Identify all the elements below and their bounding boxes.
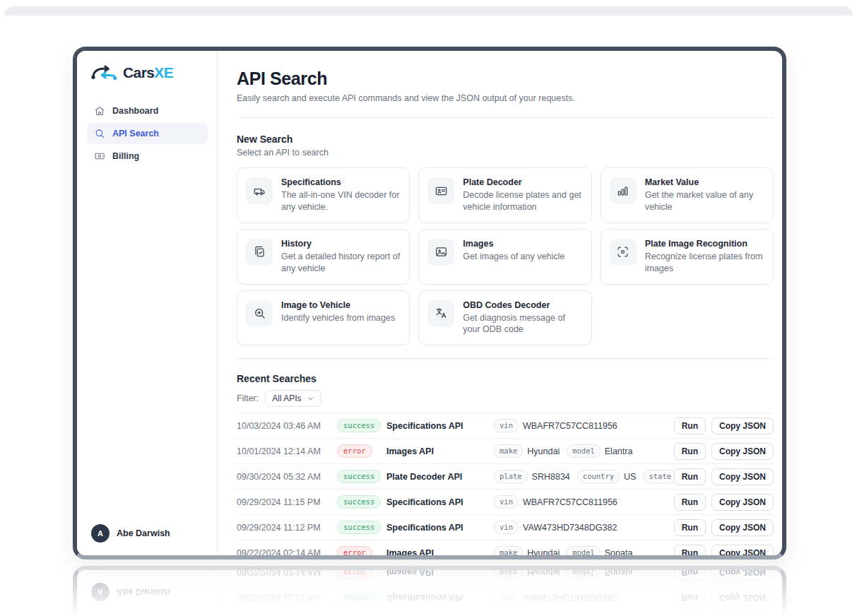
api-card-title: Images [463, 239, 565, 249]
copy-json-button[interactable]: Copy JSON [711, 443, 774, 460]
brand-logo: CarsXE [90, 64, 206, 82]
search-row: 10/03/2024 03:46 AM success Specificatio… [237, 413, 774, 439]
user-profile[interactable]: A Abe Darwish [87, 521, 208, 545]
copy-json-button[interactable]: Copy JSON [711, 494, 774, 511]
status-badge: success [337, 521, 381, 534]
api-filter-select[interactable]: All APIs [265, 390, 321, 407]
image-icon [427, 239, 454, 266]
chevron-down-icon [307, 395, 314, 403]
search-param: modelSonata [567, 546, 632, 555]
avatar: A [91, 524, 110, 543]
new-search-subtitle: Select an API to search [237, 148, 774, 158]
param-value: Sonata [605, 548, 633, 555]
param-key-badge: make [494, 546, 523, 555]
search-icon [94, 128, 105, 139]
truck-icon [246, 177, 273, 204]
copy-json-button[interactable]: Copy JSON [711, 468, 774, 485]
copy-json-button[interactable]: Copy JSON [711, 545, 774, 555]
copy-json-button[interactable]: Copy JSON [711, 417, 774, 434]
search-param: makeHyundai [494, 444, 560, 458]
api-card-description: Get a detailed history report of any veh… [281, 251, 401, 275]
api-card-obd-codes-decoder[interactable]: OBD Codes Decoder Get diagnosis message … [418, 290, 591, 346]
api-card-history[interactable]: History Get a detailed history report of… [237, 229, 410, 285]
sidebar-item-label: Dashboard [112, 106, 158, 116]
translate-icon [427, 300, 454, 327]
search-row: 10/01/2024 12:14 AM error Images API mak… [237, 439, 774, 464]
sidebar-nav: Dashboard API Search Billing [87, 100, 208, 167]
run-button[interactable]: Run [674, 545, 706, 555]
api-card-description: Get the market value of any vehicle [645, 189, 764, 213]
status-badge: success [337, 470, 381, 483]
status-badge: error [337, 546, 372, 555]
search-row: 09/29/2024 11:15 PM success Specificatio… [237, 490, 774, 515]
recent-searches-table: 10/03/2024 03:46 AM success Specificatio… [237, 413, 774, 555]
search-row: 09/22/2024 02:14 AM error Images API mak… [237, 540, 774, 555]
param-value: SRH8834 [532, 472, 570, 482]
api-card-plate-decoder[interactable]: Plate Decoder Decode license plates and … [418, 167, 591, 223]
api-card-plate-image-recognition[interactable]: Plate Image Recognition Recognize licens… [601, 229, 774, 285]
api-card-description: Decode license plates and get vehicle in… [463, 189, 582, 213]
zoom-in-icon [246, 300, 273, 327]
param-value: WBAFR7C57CC811956 [523, 497, 617, 507]
search-param: vinVAW473HD7348DG382 [494, 521, 617, 534]
search-param: vinWBAFR7C57CC811956 [494, 419, 617, 432]
api-card-images[interactable]: Images Get images of any vehicle [418, 229, 591, 285]
run-button[interactable]: Run [674, 417, 706, 434]
api-card-image-to-vehicle[interactable]: Image to Vehicle Identify vehicles from … [237, 290, 410, 346]
search-row: 09/29/2024 11:12 PM success Specificatio… [237, 515, 774, 540]
search-param: countryUS [577, 470, 637, 483]
run-button[interactable]: Run [674, 443, 706, 460]
search-api-name: Specifications API [386, 421, 494, 431]
search-params: plateSRH8834countryUSstateTX [494, 470, 674, 483]
search-timestamp: 09/29/2024 11:12 PM [237, 523, 337, 533]
run-button[interactable]: Run [674, 519, 706, 536]
recent-searches-title: Recent Searches [237, 373, 774, 384]
stage: CarsXE Dashboard API Search Billing A Ab… [0, 0, 857, 616]
api-card-description: Get diagnosis message of your ODB code [463, 312, 582, 336]
param-value: WBAFR7C57CC811956 [523, 421, 617, 431]
sidebar-item-dashboard[interactable]: Dashboard [87, 100, 208, 122]
scan-icon [610, 239, 637, 266]
run-button[interactable]: Run [674, 494, 706, 511]
api-card-description: Get images of any vehicle [463, 251, 565, 263]
search-params: makeHyundaimodelSonata [494, 546, 674, 555]
api-card-description: The all-in-one VIN decoder for any vehic… [281, 189, 401, 213]
search-param: makeHyundai [494, 546, 560, 555]
api-cards: Specifications The all-in-one VIN decode… [237, 167, 774, 345]
history-icon [246, 239, 273, 266]
page-subtitle: Easily search and execute API commands a… [237, 93, 774, 103]
search-timestamp: 10/01/2024 12:14 AM [237, 446, 337, 456]
bar-chart-icon [610, 177, 637, 204]
api-card-specifications[interactable]: Specifications The all-in-one VIN decode… [237, 167, 410, 223]
search-param: modelElantra [567, 444, 632, 458]
api-card-title: Plate Image Recognition [645, 239, 764, 249]
billing-icon [94, 150, 105, 162]
app-window: CarsXE Dashboard API Search Billing A Ab… [73, 47, 786, 559]
search-api-name: Plate Decoder API [386, 472, 494, 482]
search-param: vinWBAFR7C57CC811956 [494, 495, 617, 509]
new-search-title: New Search [237, 134, 774, 145]
api-card-market-value[interactable]: Market Value Get the market value of any… [601, 167, 774, 223]
copy-json-button[interactable]: Copy JSON [711, 519, 774, 536]
search-api-name: Images API [386, 446, 494, 456]
search-api-name: Images API [386, 548, 494, 555]
api-card-title: History [281, 239, 401, 249]
sidebar-item-api-search[interactable]: API Search [87, 123, 208, 144]
param-value: Hyundai [527, 446, 560, 456]
divider [237, 117, 774, 118]
search-timestamp: 09/22/2024 02:14 AM [237, 548, 337, 555]
search-params: makeHyundaimodelElantra [494, 444, 674, 458]
run-button[interactable]: Run [674, 468, 706, 485]
param-key-badge: state [643, 470, 677, 483]
param-key-badge: vin [494, 419, 519, 432]
search-params: vinVAW473HD7348DG382 [494, 521, 674, 534]
status-badge: success [337, 419, 381, 432]
sidebar-item-label: Billing [112, 151, 139, 161]
background-window-edge [4, 6, 853, 16]
filter-label: Filter: [237, 393, 259, 403]
window-reflection-clone: CarsXE Dashboard API Search Billing A Ab… [73, 566, 786, 616]
page-title: API Search [237, 68, 774, 89]
sidebar-item-billing[interactable]: Billing [87, 146, 208, 167]
search-timestamp: 09/30/2024 05:32 AM [237, 472, 337, 482]
api-card-title: Market Value [645, 177, 764, 187]
